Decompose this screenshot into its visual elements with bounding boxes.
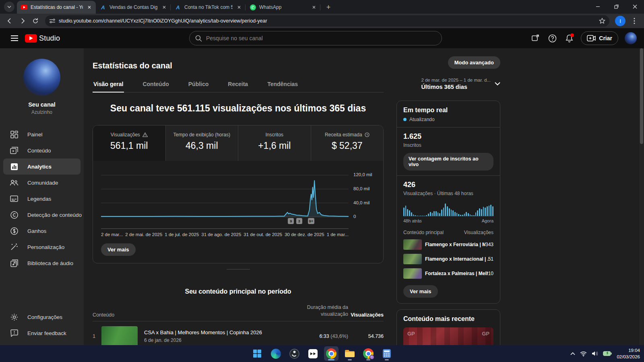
scrollbar-thumb[interactable] <box>640 48 643 144</box>
date-range-picker[interactable]: 2 de mar. de 2025 – 1 de mar. d... Últim… <box>421 78 500 90</box>
x-axis-labels: 2 de mar... 2 de mai. de 2025 1 de jul. … <box>101 232 349 237</box>
sidebar-item-biblioteca-audio[interactable]: Biblioteca de áudio <box>0 255 84 271</box>
top-content-header-row: Conteúdo Duração média da visualização V… <box>93 304 384 321</box>
studio-logo[interactable]: Studio <box>25 34 60 43</box>
metric-inscritos[interactable]: Inscritos +1,6 mil <box>238 125 311 161</box>
col-visualizacoes[interactable]: Visualizações <box>348 312 384 318</box>
studio-workspace: Seu canal Azulzinho Painel Conteúdo Anal… <box>0 48 644 345</box>
site-info-icon[interactable] <box>49 18 56 24</box>
sidebar-item-painel[interactable]: Painel <box>0 126 84 142</box>
search-input[interactable] <box>206 35 436 41</box>
metric-visualizacoes[interactable]: Visualizações 561,1 mil <box>93 125 165 161</box>
sidebar-item-comunidade[interactable]: Comunidade <box>0 175 84 191</box>
browser-tab-tiktok[interactable]: A Conta no TikTok com 5.300 seg <box>171 1 246 14</box>
tab-title: Vendas de Contas Digitais com <box>109 4 158 10</box>
video-date: 6 de jan. de 2026 <box>144 337 300 343</box>
tab-close-icon[interactable] <box>311 4 317 10</box>
metric-label: Tempo de exibição (horas) <box>173 132 230 138</box>
sidebar-item-legendas[interactable]: Legendas <box>0 191 84 207</box>
create-button[interactable]: Criar <box>581 31 618 45</box>
recent-video-thumbnail[interactable]: GP GP <box>403 327 493 345</box>
sidebar-label: Conteúdo <box>27 148 51 154</box>
a-favicon: A <box>100 4 106 10</box>
tray-date: 02/03/2026 <box>617 354 640 360</box>
capcut-icon[interactable] <box>305 346 320 361</box>
col-duracao[interactable]: Duração média da visualização <box>300 304 348 318</box>
edge-icon[interactable] <box>268 346 283 361</box>
video-title: Flamengo x Internacional | ... <box>422 256 488 262</box>
new-tab-button[interactable]: + <box>323 2 334 13</box>
forward-button[interactable] <box>17 15 28 27</box>
sidebar-label: Ganhos <box>27 228 46 234</box>
metric-tempo-exibicao[interactable]: Tempo de exibição (horas) 46,3 mil <box>165 125 238 161</box>
bookmark-star-icon[interactable] <box>599 18 605 24</box>
notifications-bell-icon[interactable] <box>564 33 574 43</box>
chrome-icon[interactable] <box>324 346 339 361</box>
back-button[interactable] <box>4 15 15 27</box>
obs-icon[interactable] <box>287 346 301 361</box>
list-item[interactable]: Flamengo x Ferroviária | M... 343 <box>403 239 493 250</box>
tab-visao-geral[interactable]: Visão geral <box>93 78 124 92</box>
table-row[interactable]: 1 CSA x Bahia | Melhores Momentos | Copi… <box>93 321 384 345</box>
browser-tab-whatsapp[interactable]: ✆ WhatsApp <box>246 1 320 14</box>
browser-menu-icon[interactable] <box>629 15 640 27</box>
overview-see-more-button[interactable]: Ver mais <box>101 243 136 256</box>
browser-tab-vendas[interactable]: A Vendas de Contas Digitais com <box>96 1 171 14</box>
volume-icon[interactable] <box>592 351 598 356</box>
sidebar-item-deteccao[interactable]: Detecção de conteúdo <box>0 207 84 223</box>
sidebar-item-enviar-feedback[interactable]: Enviar feedback <box>0 325 84 341</box>
help-icon[interactable] <box>547 33 557 43</box>
channel-avatar[interactable] <box>23 59 60 96</box>
sidebar-item-personalizacao[interactable]: Personalização <box>0 239 84 255</box>
sidebar-item-conteudo[interactable]: Conteúdo <box>0 142 84 158</box>
feedback-icon[interactable] <box>530 33 541 43</box>
start-button[interactable] <box>250 346 264 361</box>
channel-search-bar[interactable] <box>189 31 442 45</box>
battery-icon[interactable] <box>603 351 612 356</box>
account-avatar[interactable] <box>625 32 637 44</box>
tray-chevron-up-icon[interactable] <box>570 352 575 355</box>
hamburger-menu-icon[interactable] <box>7 31 22 45</box>
tab-close-icon[interactable] <box>161 4 167 10</box>
tab-close-icon[interactable] <box>86 4 93 10</box>
window-minimize-button[interactable] <box>588 0 607 13</box>
tab-tendencias[interactable]: Tendências <box>266 78 299 92</box>
sidebar-item-configuracoes[interactable]: Configurações <box>0 309 84 325</box>
sidebar-item-ganhos[interactable]: Ganhos <box>0 223 84 239</box>
list-header-views: Visualizações <box>464 230 493 235</box>
browser-profile-badge[interactable]: I <box>615 16 625 26</box>
list-item[interactable]: Flamengo x Internacional | ... 51 <box>403 254 493 264</box>
chart-badge[interactable]: 3 <box>296 218 302 224</box>
reload-button[interactable] <box>30 15 41 27</box>
tab-search-button[interactable] <box>4 2 14 12</box>
capcut-logo-icon <box>308 349 318 359</box>
calculator-icon[interactable] <box>380 346 394 361</box>
chrome-profile2-icon[interactable] <box>361 346 376 361</box>
sidebar-item-analytics[interactable]: Analytics <box>3 158 80 175</box>
chart-badge[interactable]: 9 <box>288 218 294 224</box>
window-close-button[interactable] <box>625 0 644 13</box>
browser-tab-youtube-studio[interactable]: Estatísticas do canal - YouTube <box>17 1 96 14</box>
metric-receita[interactable]: Receita estimada $ 52,37 <box>311 125 384 161</box>
list-item[interactable]: Fortaleza x Palmeiras | Melh... 10 <box>403 268 493 279</box>
edge-logo-icon <box>271 349 281 359</box>
chart-badge[interactable]: 9+ <box>308 218 315 224</box>
x-tick: 2 de mai. de 2025 <box>125 232 162 237</box>
tab-receita[interactable]: Receita <box>227 78 249 92</box>
chevron-down-icon <box>495 82 500 86</box>
vertical-scrollbar[interactable] <box>639 48 644 345</box>
taskbar-clock[interactable]: 19:04 02/03/2026 <box>617 347 640 360</box>
live-subscriber-count-button[interactable]: Ver contagem de inscritos ao vivo <box>403 153 493 171</box>
tab-publico[interactable]: Público <box>188 78 210 92</box>
realtime-bar <box>462 215 463 216</box>
realtime-see-more-button[interactable]: Ver mais <box>403 285 438 298</box>
video-thumbnail <box>403 239 422 250</box>
window-restore-button[interactable] <box>607 0 625 13</box>
wifi-icon[interactable] <box>580 351 587 356</box>
sidebar-label: Enviar feedback <box>27 330 66 336</box>
tab-conteudo[interactable]: Conteúdo <box>142 78 169 92</box>
tab-close-icon[interactable] <box>236 4 242 10</box>
advanced-mode-button[interactable]: Modo avançado <box>448 56 500 69</box>
file-explorer-icon[interactable] <box>343 346 357 361</box>
url-bar[interactable]: studio.youtube.com/channel/UCYxzICj7ItnO… <box>45 15 609 27</box>
